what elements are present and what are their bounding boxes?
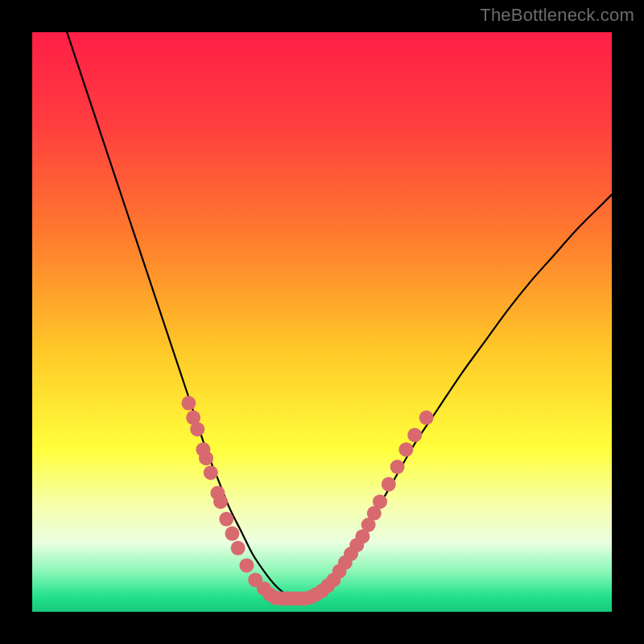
- highlight-dot: [204, 465, 218, 480]
- plot-area: [32, 32, 612, 612]
- highlight-dot: [419, 411, 434, 425]
- watermark-text: TheBottleneck.com: [480, 5, 634, 26]
- highlight-dot: [181, 396, 196, 411]
- highlight-dot: [219, 512, 233, 526]
- highlight-dot: [398, 442, 413, 456]
- highlight-dot: [239, 558, 254, 572]
- highlight-dot: [407, 427, 422, 442]
- highlight-dot: [382, 477, 396, 492]
- highlight-dot: [390, 460, 405, 474]
- highlight-dot: [231, 541, 246, 555]
- highlight-dot: [373, 494, 387, 509]
- highlight-dot-group: [181, 396, 433, 606]
- highlight-dot: [199, 451, 213, 465]
- highlight-dot: [190, 422, 204, 436]
- highlight-dot: [213, 494, 228, 509]
- highlight-dot: [225, 526, 239, 541]
- bottleneck-curve: [67, 32, 612, 599]
- curve-layer: [32, 32, 612, 612]
- chart-frame: TheBottleneck.com: [0, 0, 644, 644]
